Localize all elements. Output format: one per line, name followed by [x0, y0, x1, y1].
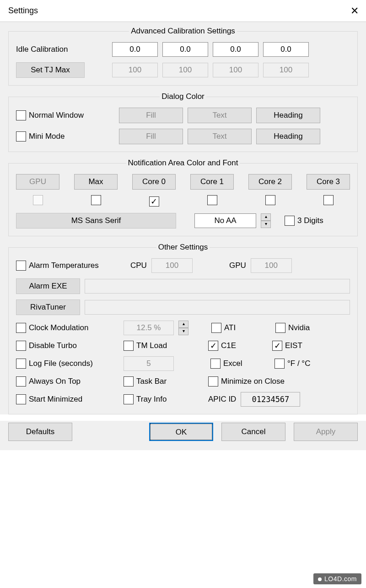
always-on-top-checkbox[interactable]	[16, 376, 26, 387]
start-minimized-checkbox[interactable]	[16, 394, 26, 404]
max-checkbox[interactable]	[91, 195, 101, 205]
close-icon[interactable]: ✕	[340, 5, 359, 17]
mini-mode-label: Mini Mode	[29, 132, 65, 141]
idle-value-2[interactable]: 0.0	[213, 42, 258, 57]
start-minimized-label: Start Minimized	[29, 395, 82, 404]
idle-value-1[interactable]: 0.0	[162, 42, 208, 57]
nvidia-checkbox[interactable]	[275, 323, 285, 333]
watermark-dot-icon	[318, 577, 322, 581]
spinner-up-icon[interactable]: ▴	[178, 321, 188, 328]
dialog-footer: Defaults OK Cancel Apply	[0, 421, 366, 450]
clock-mod-checkbox[interactable]	[16, 323, 26, 333]
tjmax-value-2: 100	[213, 63, 258, 77]
core-0-checkbox[interactable]: ✓	[149, 196, 159, 207]
spinner-down-icon[interactable]: ▾	[261, 221, 271, 228]
ati-checkbox[interactable]	[211, 323, 221, 333]
alarm-temp-checkbox[interactable]	[16, 261, 26, 271]
cpu-alarm-value: 100	[151, 258, 193, 273]
gpu-button: GPU	[16, 174, 59, 190]
tm-load-label: TM Load	[136, 341, 167, 350]
dialog-color-legend: Dialog Color	[160, 92, 206, 101]
apic-value: 01234567	[241, 392, 300, 407]
log-file-checkbox[interactable]	[16, 359, 26, 369]
tjmax-value-0: 100	[112, 63, 158, 77]
set-tjmax-button[interactable]: Set TJ Max	[16, 62, 85, 78]
mini-mode-checkbox[interactable]	[16, 131, 26, 142]
excel-label: Excel	[223, 359, 242, 368]
nvidia-label: Nvidia	[288, 323, 310, 332]
tjmax-value-1: 100	[162, 63, 208, 77]
mini-text-button: Text	[188, 129, 252, 144]
tray-info-label: Tray Info	[136, 395, 167, 404]
mini-fill-button: Fill	[119, 129, 183, 144]
ok-button[interactable]: OK	[149, 423, 213, 441]
normal-text-button: Text	[188, 108, 252, 123]
core-2-button[interactable]: Core 2	[248, 174, 292, 190]
alarm-temp-label: Alarm Temperatures	[29, 261, 99, 270]
core-2-checkbox[interactable]	[265, 195, 275, 205]
eist-checkbox[interactable]: ✓	[272, 341, 282, 351]
log-file-label: Log File (seconds)	[29, 359, 93, 368]
mini-heading-button[interactable]: Heading	[256, 129, 320, 144]
three-digits-checkbox[interactable]	[285, 216, 295, 226]
defaults-button[interactable]: Defaults	[8, 423, 72, 441]
watermark-text: LO4D.com	[324, 575, 357, 583]
clock-mod-value: 12.5 %	[124, 321, 174, 335]
watermark: LO4D.com	[313, 573, 361, 584]
other-legend: Other Settings	[156, 243, 210, 252]
alarm-exe-path	[85, 279, 350, 294]
normal-window-checkbox[interactable]	[16, 110, 26, 120]
idle-value-0[interactable]: 0.0	[112, 42, 158, 57]
core-0-button[interactable]: Core 0	[132, 174, 176, 190]
ati-label: ATI	[224, 323, 236, 332]
cancel-button[interactable]: Cancel	[221, 423, 285, 441]
spinner-down-icon[interactable]: ▾	[178, 328, 188, 335]
clock-mod-label: Clock Modulation	[29, 323, 88, 332]
normal-heading-button[interactable]: Heading	[256, 108, 320, 123]
three-digits-label: 3 Digits	[297, 216, 323, 225]
apply-button: Apply	[294, 423, 358, 441]
eist-label: EIST	[285, 341, 302, 350]
aa-value[interactable]: No AA	[194, 213, 256, 228]
excel-checkbox[interactable]	[210, 359, 221, 369]
disable-turbo-checkbox[interactable]	[16, 341, 26, 351]
cpu-label: CPU	[130, 261, 147, 270]
gpu-label: GPU	[229, 261, 246, 270]
dialog-content: Advanced Calibration Settings Idle Calib…	[0, 22, 366, 414]
core-1-checkbox[interactable]	[207, 195, 217, 205]
idle-calibration-label: Idle Calibration	[16, 45, 108, 54]
max-button[interactable]: Max	[74, 174, 118, 190]
task-bar-checkbox[interactable]	[124, 376, 134, 387]
c1e-label: C1E	[221, 341, 236, 350]
idle-value-3[interactable]: 0.0	[263, 42, 309, 57]
minimize-close-checkbox[interactable]	[208, 376, 218, 387]
c1e-checkbox[interactable]: ✓	[208, 341, 218, 351]
rivatuner-path	[85, 300, 350, 315]
aa-spinner[interactable]: ▴ ▾	[261, 213, 271, 228]
minimize-close-label: Minimize on Close	[221, 377, 285, 386]
spinner-up-icon[interactable]: ▴	[261, 213, 271, 221]
tray-info-checkbox[interactable]	[124, 394, 134, 404]
apic-label: APIC ID	[208, 395, 236, 404]
log-file-value: 5	[124, 356, 174, 371]
core-3-checkbox[interactable]	[323, 195, 334, 205]
other-settings-group: Other Settings Alarm Temperatures CPU 10…	[8, 243, 358, 414]
clock-mod-spinner[interactable]: ▴ ▾	[178, 321, 188, 335]
tm-load-checkbox[interactable]	[124, 341, 134, 351]
notification-legend: Notification Area Color and Font	[126, 158, 240, 168]
task-bar-label: Task Bar	[136, 377, 167, 386]
fc-label: °F / °C	[287, 359, 310, 368]
core-3-button[interactable]: Core 3	[307, 174, 350, 190]
core-1-button[interactable]: Core 1	[190, 174, 234, 190]
font-button[interactable]: MS Sans Serif	[16, 213, 176, 229]
dialog-color-group: Dialog Color Normal Window Fill Text Hea…	[8, 92, 358, 152]
rivatuner-button[interactable]: RivaTuner	[16, 299, 80, 315]
alarm-exe-button[interactable]: Alarm EXE	[16, 278, 80, 294]
gpu-checkbox	[33, 195, 43, 205]
always-on-top-label: Always On Top	[29, 377, 81, 386]
normal-fill-button: Fill	[119, 108, 183, 123]
notification-group: Notification Area Color and Font GPU Max…	[8, 158, 358, 236]
calibration-group: Advanced Calibration Settings Idle Calib…	[8, 27, 358, 86]
gpu-alarm-value: 100	[251, 258, 292, 273]
fc-checkbox[interactable]	[274, 359, 285, 369]
